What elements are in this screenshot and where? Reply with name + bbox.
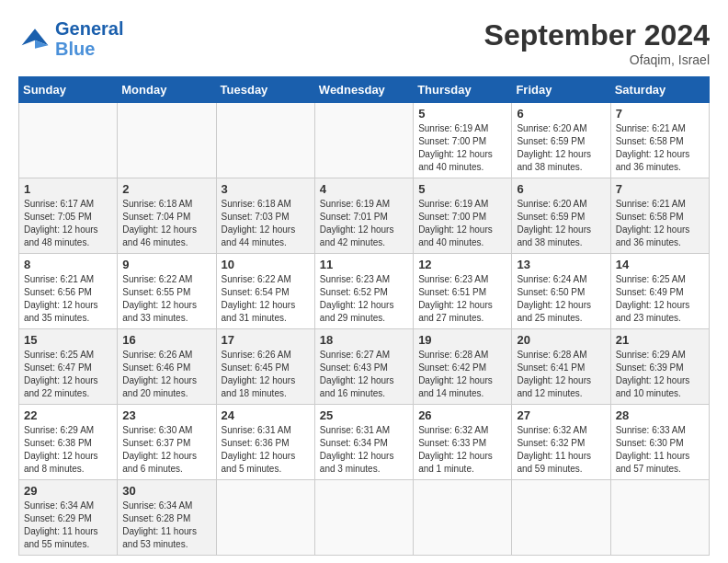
day-24: 24 Sunrise: 6:31 AMSunset: 6:36 PMDaylig… — [216, 405, 314, 480]
day-8: 8 Sunrise: 6:21 AMSunset: 6:56 PMDayligh… — [19, 254, 118, 329]
day-info: Sunrise: 6:22 AMSunset: 6:55 PMDaylight:… — [122, 273, 210, 325]
day-info: Sunrise: 6:34 AMSunset: 6:28 PMDaylight:… — [122, 500, 210, 551]
empty-cell — [216, 480, 314, 556]
day-25: 25 Sunrise: 6:31 AMSunset: 6:34 PMDaylig… — [314, 405, 413, 480]
day-info: Sunrise: 6:26 AMSunset: 6:45 PMDaylight:… — [222, 349, 310, 400]
day-info: Sunrise: 6:26 AMSunset: 6:46 PMDaylight:… — [122, 349, 210, 400]
day-17: 17 Sunrise: 6:26 AMSunset: 6:45 PMDaylig… — [216, 329, 314, 405]
col-tuesday: Tuesday — [216, 77, 314, 103]
day-number: 29 — [24, 484, 112, 498]
empty-cell — [314, 103, 413, 178]
day-22: 22 Sunrise: 6:29 AMSunset: 6:38 PMDaylig… — [19, 405, 118, 480]
day-number: 23 — [122, 408, 210, 422]
empty-cell — [216, 103, 314, 178]
day-number: 9 — [122, 258, 210, 271]
logo: General Blue — [18, 18, 123, 59]
day-2: 2 Sunrise: 6:18 AMSunset: 7:04 PMDayligh… — [118, 178, 216, 254]
week-row-1: 5 Sunrise: 6:19 AMSunset: 7:00 PMDayligh… — [19, 103, 710, 178]
day-number: 26 — [418, 408, 506, 422]
day-info: Sunrise: 6:21 AMSunset: 6:56 PMDaylight:… — [24, 273, 112, 325]
empty-cell — [19, 103, 118, 178]
day-28: 28 Sunrise: 6:33 AMSunset: 6:30 PMDaylig… — [610, 405, 709, 480]
day-number: 27 — [517, 408, 605, 422]
day-16: 16 Sunrise: 6:26 AMSunset: 6:46 PMDaylig… — [118, 329, 216, 405]
day-info: Sunrise: 6:20 AMSunset: 6:59 PMDaylight:… — [517, 198, 605, 249]
day-20: 20 Sunrise: 6:28 AMSunset: 6:41 PMDaylig… — [512, 329, 610, 405]
day-number: 24 — [222, 408, 310, 422]
day-number: 19 — [418, 333, 506, 347]
day-info: Sunrise: 6:30 AMSunset: 6:37 PMDaylight:… — [122, 424, 210, 476]
day-7b: 7 Sunrise: 6:21 AMSunset: 6:58 PMDayligh… — [610, 178, 709, 254]
day-number: 4 — [320, 182, 408, 196]
day-9: 9 Sunrise: 6:22 AMSunset: 6:55 PMDayligh… — [118, 254, 216, 329]
day-29: 29 Sunrise: 6:34 AMSunset: 6:29 PMDaylig… — [19, 480, 118, 556]
day-18: 18 Sunrise: 6:27 AMSunset: 6:43 PMDaylig… — [314, 329, 413, 405]
day-number: 11 — [320, 258, 408, 271]
empty-cell — [414, 480, 512, 556]
day-15: 15 Sunrise: 6:25 AMSunset: 6:47 PMDaylig… — [19, 329, 118, 405]
day-number: 7 — [616, 182, 704, 196]
week-row-4: 22 Sunrise: 6:29 AMSunset: 6:38 PMDaylig… — [19, 405, 710, 480]
day-info: Sunrise: 6:20 AMSunset: 6:59 PMDaylight:… — [517, 122, 605, 174]
day-info: Sunrise: 6:31 AMSunset: 6:36 PMDaylight:… — [222, 424, 310, 476]
day-number: 25 — [320, 408, 408, 422]
day-19: 19 Sunrise: 6:28 AMSunset: 6:42 PMDaylig… — [414, 329, 512, 405]
day-5: 5 Sunrise: 6:19 AMSunset: 7:00 PMDayligh… — [414, 103, 512, 178]
day-info: Sunrise: 6:21 AMSunset: 6:58 PMDaylight:… — [616, 122, 704, 174]
day-number: 28 — [616, 408, 704, 422]
day-number: 30 — [122, 484, 210, 498]
day-info: Sunrise: 6:29 AMSunset: 6:39 PMDaylight:… — [616, 349, 704, 400]
day-4: 4 Sunrise: 6:19 AMSunset: 7:01 PMDayligh… — [314, 178, 413, 254]
day-11: 11 Sunrise: 6:23 AMSunset: 6:52 PMDaylig… — [314, 254, 413, 329]
day-number: 5 — [418, 182, 506, 196]
day-number: 14 — [616, 258, 704, 271]
day-info: Sunrise: 6:19 AMSunset: 7:01 PMDaylight:… — [320, 198, 408, 249]
day-number: 6 — [517, 107, 605, 121]
day-info: Sunrise: 6:19 AMSunset: 7:00 PMDaylight:… — [418, 198, 506, 249]
empty-cell — [314, 480, 413, 556]
day-6: 6 Sunrise: 6:20 AMSunset: 6:59 PMDayligh… — [512, 103, 610, 178]
day-number: 2 — [122, 182, 210, 196]
day-21: 21 Sunrise: 6:29 AMSunset: 6:39 PMDaylig… — [610, 329, 709, 405]
day-10: 10 Sunrise: 6:22 AMSunset: 6:54 PMDaylig… — [216, 254, 314, 329]
day-number: 7 — [616, 107, 704, 121]
day-number: 13 — [517, 258, 605, 271]
day-30: 30 Sunrise: 6:34 AMSunset: 6:28 PMDaylig… — [118, 480, 216, 556]
calendar-table: Sunday Monday Tuesday Wednesday Thursday… — [18, 76, 710, 556]
day-number: 18 — [320, 333, 408, 347]
week-row-3: 15 Sunrise: 6:25 AMSunset: 6:47 PMDaylig… — [19, 329, 710, 405]
day-info: Sunrise: 6:17 AMSunset: 7:05 PMDaylight:… — [24, 198, 112, 249]
day-number: 6 — [517, 182, 605, 196]
day-info: Sunrise: 6:28 AMSunset: 6:41 PMDaylight:… — [517, 349, 605, 400]
col-wednesday: Wednesday — [314, 77, 413, 103]
day-number: 8 — [24, 258, 112, 271]
day-info: Sunrise: 6:25 AMSunset: 6:47 PMDaylight:… — [24, 349, 112, 400]
day-info: Sunrise: 6:32 AMSunset: 6:33 PMDaylight:… — [418, 424, 506, 476]
day-6b: 6 Sunrise: 6:20 AMSunset: 6:59 PMDayligh… — [512, 178, 610, 254]
day-number: 21 — [616, 333, 704, 347]
week-row-5: 29 Sunrise: 6:34 AMSunset: 6:29 PMDaylig… — [19, 480, 710, 556]
empty-cell — [118, 103, 216, 178]
day-info: Sunrise: 6:29 AMSunset: 6:38 PMDaylight:… — [24, 424, 112, 476]
day-number: 1 — [24, 182, 112, 196]
day-info: Sunrise: 6:22 AMSunset: 6:54 PMDaylight:… — [222, 273, 310, 325]
day-info: Sunrise: 6:32 AMSunset: 6:32 PMDaylight:… — [517, 424, 605, 476]
day-7: 7 Sunrise: 6:21 AMSunset: 6:58 PMDayligh… — [610, 103, 709, 178]
day-number: 17 — [222, 333, 310, 347]
day-number: 20 — [517, 333, 605, 347]
calendar-header-row: Sunday Monday Tuesday Wednesday Thursday… — [19, 77, 710, 103]
empty-cell — [512, 480, 610, 556]
week-row-1b: 1 Sunrise: 6:17 AMSunset: 7:05 PMDayligh… — [19, 178, 710, 254]
day-info: Sunrise: 6:31 AMSunset: 6:34 PMDaylight:… — [320, 424, 408, 476]
col-saturday: Saturday — [610, 77, 709, 103]
day-info: Sunrise: 6:25 AMSunset: 6:49 PMDaylight:… — [616, 273, 704, 325]
col-monday: Monday — [118, 77, 216, 103]
day-number: 10 — [222, 258, 310, 271]
day-3: 3 Sunrise: 6:18 AMSunset: 7:03 PMDayligh… — [216, 178, 314, 254]
day-info: Sunrise: 6:34 AMSunset: 6:29 PMDaylight:… — [24, 500, 112, 551]
day-23: 23 Sunrise: 6:30 AMSunset: 6:37 PMDaylig… — [118, 405, 216, 480]
day-info: Sunrise: 6:23 AMSunset: 6:52 PMDaylight:… — [320, 273, 408, 325]
day-info: Sunrise: 6:21 AMSunset: 6:58 PMDaylight:… — [616, 198, 704, 249]
logo-text: General Blue — [55, 18, 123, 59]
day-info: Sunrise: 6:33 AMSunset: 6:30 PMDaylight:… — [616, 424, 704, 476]
